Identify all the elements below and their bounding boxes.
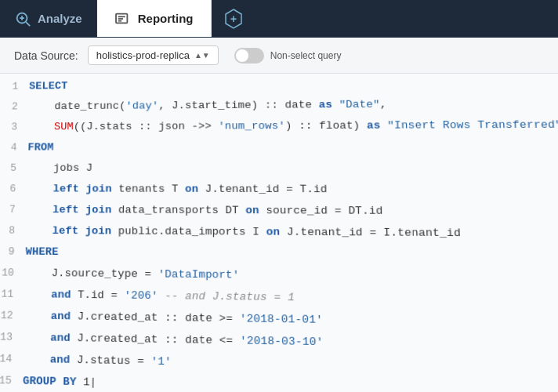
line-code: jobs J: [27, 162, 92, 174]
analyze-label: Analyze: [38, 12, 82, 25]
line-number: 10: [0, 267, 25, 279]
code-token: SUM: [54, 121, 74, 132]
line-code: WHERE: [25, 245, 58, 258]
line-code: FROM: [27, 141, 53, 153]
toolbar: Data Source: holistics-prod-replica ▲▼ N…: [0, 38, 558, 74]
datasource-label: Data Source:: [14, 49, 78, 62]
line-code: left join tenants T on J.tenant_id = T.i…: [27, 183, 327, 195]
code-token: and: [51, 310, 71, 322]
line-number: 14: [0, 352, 24, 365]
code-editor[interactable]: 1SELECT2 date_trunc('day', J.start_time)…: [0, 74, 558, 392]
svg-line-1: [26, 22, 30, 26]
reporting-label: Reporting: [138, 12, 194, 25]
code-token: J.tenant_id = I.tenant_id: [280, 226, 461, 239]
code-token: on: [185, 183, 198, 195]
code-token: '206': [125, 289, 158, 302]
line-code: SELECT: [29, 80, 67, 92]
line-code: and T.id = '206' -- and J.status = 1: [24, 288, 295, 303]
line-code: and J.status = '1': [24, 353, 172, 368]
code-token: WHERE: [25, 245, 58, 258]
line-number: 6: [0, 183, 27, 194]
line-number: 5: [0, 162, 27, 174]
datasource-value: holistics-prod-replica: [96, 49, 190, 61]
nav-add-tab[interactable]: +: [212, 0, 255, 37]
editor-area[interactable]: 1SELECT2 date_trunc('day', J.start_time)…: [0, 74, 558, 392]
code-token: '2018-03-10': [240, 335, 324, 349]
code-token: "Insert Rows Transferred": [380, 118, 558, 132]
line-code: J.source_type = 'DataImport': [25, 267, 240, 281]
line-code: SUM((J.stats :: json ->> 'num_rows') :: …: [28, 118, 558, 132]
code-token: [24, 331, 50, 344]
table-row: 5 jobs J: [0, 161, 558, 183]
code-token: J.created_at :: date >=: [71, 310, 240, 325]
nav-reporting-tab[interactable]: Reporting: [97, 0, 212, 37]
code-token: data_transports DT: [112, 204, 246, 216]
content-area: Data Source: holistics-prod-replica ▲▼ N…: [0, 38, 558, 392]
non-select-label: Non-select query: [270, 50, 342, 61]
code-token: [27, 183, 53, 194]
code-token: SELECT: [29, 80, 67, 92]
non-select-toggle-container: Non-select query: [234, 48, 342, 64]
line-number: 8: [0, 224, 26, 237]
report-icon: [114, 12, 132, 26]
line-number: 15: [0, 374, 23, 387]
code-token: J.source_type =: [25, 267, 158, 280]
code-token: on: [266, 226, 281, 238]
code-token: on: [245, 205, 259, 217]
line-number: 1: [0, 81, 29, 93]
non-select-toggle[interactable]: [234, 48, 264, 64]
code-token: jobs J: [27, 162, 92, 174]
code-token: ) :: float): [285, 119, 367, 132]
line-number: 13: [0, 331, 24, 344]
line-number: 7: [0, 204, 27, 216]
code-token: 'day': [125, 100, 158, 111]
code-token: [24, 310, 51, 322]
code-token: "Date": [332, 98, 380, 111]
code-token: and: [51, 289, 71, 301]
line-number: 4: [0, 141, 28, 153]
code-token: source_id = DT.id: [259, 205, 383, 217]
code-token: and: [50, 332, 71, 344]
code-token: '1': [151, 355, 172, 368]
line-code: date_trunc('day', J.start_time) :: date …: [28, 98, 386, 112]
code-token: T.id =: [71, 289, 124, 302]
code-token: [24, 288, 51, 300]
datasource-selector[interactable]: holistics-prod-replica ▲▼: [88, 45, 219, 65]
code-token: 'DataImport': [158, 268, 240, 281]
table-row: 7 left join data_transports DT on source…: [0, 203, 558, 227]
code-token: left join: [53, 204, 112, 216]
code-token: [26, 224, 53, 237]
code-token: ((J.stats :: json ->>: [74, 120, 219, 132]
code-token: [27, 204, 53, 216]
code-token: -- and J.status = 1: [158, 289, 295, 303]
add-hex-button[interactable]: +: [223, 8, 245, 30]
analyze-icon: [14, 10, 31, 27]
code-token: tenants T: [112, 183, 185, 195]
code-token: left join: [53, 183, 112, 195]
code-token: [24, 353, 50, 366]
code-token: 1|: [76, 376, 96, 389]
code-token: as: [318, 99, 332, 111]
code-token: and: [50, 354, 71, 367]
nav-bar: Analyze Reporting +: [0, 0, 558, 38]
code-token: as: [367, 119, 381, 132]
line-code: and J.created_at :: date >= '2018-01-01': [24, 310, 323, 326]
line-code: left join data_transports DT on source_i…: [27, 204, 383, 217]
code-token: 'num_rows': [218, 120, 285, 132]
code-token: date_trunc(: [28, 100, 125, 113]
line-code: left join public.data_imports I on J.ten…: [26, 224, 461, 239]
code-token: J.tenant_id = T.id: [198, 183, 328, 195]
table-row: 3 SUM((J.stats :: json ->> 'num_rows') :…: [0, 118, 558, 140]
code-token: left join: [52, 225, 111, 238]
code-token: J.created_at :: date <=: [71, 332, 241, 347]
nav-analyze-tab[interactable]: Analyze: [0, 0, 97, 37]
code-token: public.data_imports I: [111, 225, 266, 238]
line-number: 11: [0, 288, 25, 300]
hexagon-add-icon: +: [223, 8, 245, 30]
table-row: 4FROM: [0, 140, 558, 162]
svg-text:+: +: [230, 13, 236, 26]
code-token: FROM: [27, 141, 53, 153]
line-code: GROUP BY 1|: [23, 375, 96, 389]
code-token: GROUP BY: [23, 375, 77, 389]
line-number: 9: [0, 245, 26, 258]
